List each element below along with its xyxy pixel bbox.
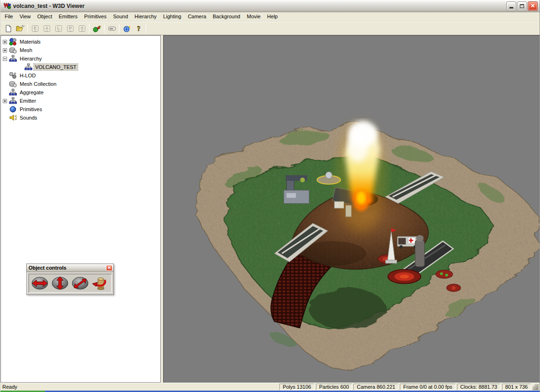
status-segment: Particles 600 <box>316 384 352 390</box>
expand-icon[interactable] <box>3 48 7 53</box>
menu-emitters[interactable]: Emitters <box>55 13 81 21</box>
primitives-icon <box>9 106 17 113</box>
tree-item-h-lod[interactable]: H-LOD <box>2 71 160 80</box>
toolbar-separator <box>89 24 90 33</box>
toolbar-separator <box>119 24 120 33</box>
slider-icon <box>108 25 116 32</box>
viewport-3d[interactable] <box>163 35 540 383</box>
object-controls-body <box>29 274 112 293</box>
svg-text:M: M <box>81 30 83 32</box>
object-controls-titlebar[interactable]: Object controls ✕ <box>27 264 113 272</box>
tree-item-aggregate[interactable]: Aggregate <box>2 88 160 97</box>
toolbar-separator <box>146 24 146 33</box>
help-button[interactable]: ? <box>133 23 144 34</box>
tree-item-volcano-test[interactable]: VOLCANO_TEST <box>2 63 160 71</box>
rotate-object-button[interactable] <box>90 276 110 291</box>
toolbar-separator <box>104 24 105 33</box>
menu-primitives[interactable]: Primitives <box>81 13 110 21</box>
client-area: MaterialsMeshHierarchyVOLCANO_TESTH-LODM… <box>0 35 540 383</box>
tree-item-emitter[interactable]: Emitter <box>2 97 160 105</box>
status-segments: Polys 13106Particles 600Camera 860.221Fr… <box>278 384 531 390</box>
mesh-icon <box>9 80 17 88</box>
letter-box-icon: EM <box>31 25 39 32</box>
slider-toggle-button[interactable] <box>106 23 118 34</box>
tree-item-label: VOLCANO_TEST <box>34 64 78 70</box>
menu-file[interactable]: File <box>1 13 16 21</box>
letter-box-icon: PM <box>67 25 74 32</box>
tree-item-label: H-LOD <box>18 72 37 79</box>
materials-icon <box>9 38 17 45</box>
resize-grip-icon[interactable] <box>532 384 539 390</box>
hierarchy-icon <box>9 97 17 105</box>
tree-item-label: Primitives <box>18 106 44 113</box>
status-segment: Polys 13106 <box>279 384 315 390</box>
minimize-button[interactable] <box>506 1 516 11</box>
svg-text:?: ? <box>137 25 140 32</box>
tree-item-label: Emitter <box>18 98 38 104</box>
mesh-icon <box>9 46 17 54</box>
dirt-patch <box>309 288 386 330</box>
asset-tree-panel[interactable]: MaterialsMeshHierarchyVOLCANO_TESTH-LODM… <box>0 35 161 383</box>
expand-icon[interactable] <box>3 40 7 44</box>
tree-item-label: Hierarchy <box>18 55 43 62</box>
tree-item-label: Materials <box>18 38 42 45</box>
export-a-button: AM <box>41 23 52 34</box>
help-icon: ? <box>136 25 142 32</box>
menu-help[interactable]: Help <box>264 13 281 21</box>
status-segment: Camera 860.221 <box>353 384 398 390</box>
tree-item-materials[interactable]: Materials <box>2 38 160 46</box>
menu-hierarchy[interactable]: Hierarchy <box>131 13 160 21</box>
add-object-button[interactable] <box>121 23 133 34</box>
translate-horizontal-button[interactable] <box>30 276 50 291</box>
menu-camera[interactable]: Camera <box>185 13 210 21</box>
globe-plus-icon <box>123 25 131 32</box>
tree-item-sounds[interactable]: Sounds <box>2 113 160 122</box>
tree-item-label: Aggregate <box>18 89 45 96</box>
open-file-button[interactable] <box>14 23 26 34</box>
rotate-cylinder-icon <box>91 276 110 290</box>
status-segment: Clocks: 8881.73 <box>457 384 501 390</box>
tree-item-hierarchy[interactable]: Hierarchy <box>2 54 160 63</box>
hierarchy-icon <box>9 89 17 96</box>
open-folder-icon <box>16 25 24 32</box>
object-controls-palette[interactable]: Object controls ✕ <box>26 264 114 295</box>
expand-icon[interactable] <box>3 99 7 103</box>
status-segment: Frame 0/0 at 0.00 fps <box>400 384 456 390</box>
svg-text:M: M <box>46 30 48 32</box>
object-controls-title: Object controls <box>29 265 106 271</box>
palette-close-icon[interactable]: ✕ <box>106 265 112 271</box>
hierarchy-icon <box>9 55 17 62</box>
menu-sound[interactable]: Sound <box>110 13 131 21</box>
svg-text:M: M <box>34 30 36 32</box>
tree-item-label: Mesh Collection <box>18 81 58 87</box>
title-bar[interactable]: volcano_test - W3D Viewer ✕ <box>0 0 540 12</box>
vertical-arrows-sphere-icon <box>51 276 69 290</box>
menu-lighting[interactable]: Lighting <box>160 13 185 21</box>
tree-item-mesh[interactable]: Mesh <box>2 46 160 54</box>
toolbar-separator <box>27 24 28 33</box>
translate-vertical-button[interactable] <box>51 276 70 291</box>
hierarchy-icon <box>24 63 32 71</box>
maximize-button[interactable] <box>517 1 527 11</box>
tree-item-mesh-collection[interactable]: Mesh Collection <box>2 80 160 88</box>
close-button[interactable]: ✕ <box>528 1 538 11</box>
app-icon <box>3 2 11 10</box>
menu-view[interactable]: View <box>16 13 34 21</box>
app-window: volcano_test - W3D Viewer ✕ FileViewObje… <box>0 0 540 392</box>
horizontal-arrows-sphere-icon <box>30 276 49 290</box>
status-ready-text: Ready <box>2 384 278 390</box>
translate-diagonal-button[interactable] <box>71 276 90 291</box>
eruption-plume <box>335 121 387 234</box>
viewport-3d-scene[interactable] <box>164 36 540 383</box>
menu-background[interactable]: Background <box>210 13 244 21</box>
status-bar: Ready Polys 13106Particles 600Camera 860… <box>0 383 540 391</box>
tree-item-primitives[interactable]: Primitives <box>2 105 160 113</box>
toolbar: EMAMLMPMSM?? <box>0 22 540 35</box>
animation-settings-button[interactable]: ? <box>91 23 103 34</box>
menu-movie[interactable]: Movie <box>243 13 263 21</box>
collapse-icon[interactable] <box>3 57 7 61</box>
menu-object[interactable]: Object <box>34 13 55 21</box>
new-file-button[interactable] <box>2 23 14 34</box>
status-segment: 801 x 736 <box>502 384 531 390</box>
export-l-button: LM <box>52 23 64 34</box>
